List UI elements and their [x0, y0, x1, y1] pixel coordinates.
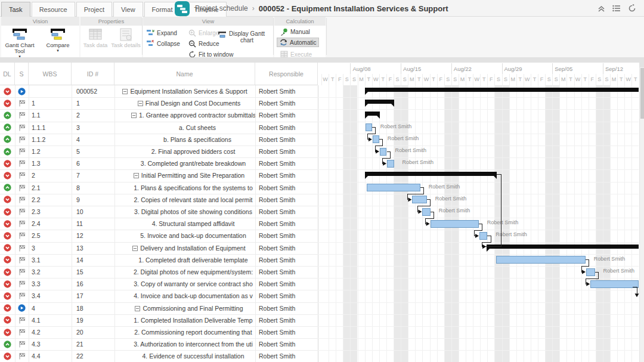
gantt-chart-tool-button[interactable]: Gantt Chart Tool ▾ [2, 27, 37, 57]
id-cell[interactable]: 2 [76, 109, 114, 121]
id-cell[interactable]: 10 [76, 206, 114, 218]
name-cell[interactable]: 2. Commissioning report documenting that [114, 326, 255, 338]
deadline-cell[interactable] [0, 302, 15, 314]
expand-button[interactable]: Expand [144, 28, 179, 38]
wbs-cell[interactable] [32, 85, 72, 97]
gantt-bar-task[interactable] [496, 256, 586, 264]
status-cell[interactable] [15, 350, 29, 362]
gantt-bar-summary[interactable] [365, 112, 380, 116]
id-cell[interactable]: 16 [76, 278, 114, 290]
id-cell[interactable]: 19 [76, 314, 114, 326]
status-cell[interactable] [15, 326, 29, 338]
deadline-cell[interactable] [0, 206, 15, 218]
column-header-s[interactable]: S [15, 63, 29, 85]
deadline-cell[interactable] [0, 194, 15, 206]
name-cell[interactable]: 2. Copies of relevant state and local pe… [114, 194, 255, 206]
id-cell[interactable]: 4 [76, 134, 114, 146]
wbs-cell[interactable]: 3 [32, 242, 72, 254]
id-cell[interactable]: 17 [76, 290, 114, 302]
column-header-responsible[interactable]: Responsible [255, 63, 318, 85]
status-cell[interactable] [15, 278, 29, 290]
display-gantt-chart-button[interactable]: Display Gantt chart [218, 30, 265, 44]
id-cell[interactable]: 3 [76, 122, 114, 134]
name-cell[interactable]: 5. Invoice and back-up documentation [114, 230, 255, 242]
id-cell[interactable]: 21 [76, 338, 114, 350]
column-header-dl[interactable]: DL [0, 63, 15, 85]
wbs-cell[interactable]: 1.2 [32, 146, 72, 157]
tab-resource[interactable]: Resource [32, 2, 75, 17]
wbs-cell[interactable]: 1 [32, 97, 72, 109]
gantt-bar-task[interactable] [380, 148, 386, 156]
status-cell[interactable] [15, 230, 29, 242]
collapse-minus-icon[interactable] [132, 246, 138, 251]
name-cell[interactable]: 3. Authorization to interconnect from th… [114, 338, 255, 350]
status-cell[interactable] [15, 290, 29, 302]
status-cell[interactable] [15, 206, 29, 218]
scrollbar-thumb[interactable] [640, 68, 644, 119]
status-cell[interactable] [15, 218, 29, 230]
responsible-cell[interactable]: Robert Smith [259, 302, 318, 314]
responsible-cell[interactable]: Robert Smith [259, 157, 318, 169]
deadline-cell[interactable] [0, 134, 15, 146]
vertical-scrollbar[interactable] [639, 63, 644, 362]
compare-button[interactable]: Compare ▾ [41, 27, 75, 57]
deadline-cell[interactable] [0, 218, 15, 230]
gantt-bar-task[interactable] [367, 184, 420, 191]
responsible-cell[interactable]: Robert Smith [259, 350, 318, 362]
status-cell[interactable] [15, 266, 29, 278]
gantt-bar-summary[interactable] [487, 245, 639, 249]
deadline-cell[interactable] [0, 266, 15, 278]
gantt-bar-summary[interactable] [365, 100, 395, 104]
responsible-cell[interactable]: Robert Smith [259, 109, 318, 121]
tab-task[interactable]: Task [1, 2, 30, 17]
manual-button[interactable]: Manual [278, 27, 312, 36]
deadline-cell[interactable] [0, 290, 15, 302]
wbs-cell[interactable]: 3.2 [32, 266, 72, 278]
name-cell[interactable]: Final Design and Cost Documents [114, 97, 255, 109]
id-cell[interactable]: 14 [76, 254, 114, 266]
responsible-cell[interactable]: Robert Smith [259, 290, 318, 302]
name-cell[interactable]: 1. Completed draft deliverable template [114, 254, 255, 266]
id-cell[interactable]: 1 [76, 97, 114, 109]
deadline-cell[interactable] [0, 242, 15, 254]
name-cell[interactable]: 1. Plans & specifications for the system… [114, 182, 255, 194]
status-cell[interactable] [15, 122, 29, 134]
collapse-minus-icon[interactable] [122, 89, 128, 94]
collapse-minus-icon[interactable] [134, 173, 139, 178]
name-cell[interactable]: 3. Copy of warranty or service contract … [114, 278, 255, 290]
deadline-cell[interactable] [0, 254, 15, 266]
wbs-cell[interactable]: 1.1 [32, 109, 72, 121]
status-cell[interactable] [15, 85, 29, 97]
name-cell[interactable]: 2. Final approved bidders cost [114, 146, 255, 157]
deadline-cell[interactable] [0, 338, 15, 350]
gantt-bar-task[interactable] [412, 196, 426, 203]
id-cell[interactable]: 20 [76, 326, 114, 338]
id-cell[interactable]: 6 [76, 157, 114, 169]
gantt-bar-task[interactable] [586, 268, 595, 276]
wbs-cell[interactable]: 3.3 [32, 278, 72, 290]
deadline-cell[interactable] [0, 326, 15, 338]
name-cell[interactable]: 2. Digital photos of new equipment/syste… [114, 266, 255, 278]
refresh-icon[interactable] [627, 4, 637, 13]
responsible-cell[interactable]: Robert Smith [259, 169, 318, 181]
deadline-cell[interactable] [0, 278, 15, 290]
wbs-cell[interactable]: 4.2 [32, 326, 72, 338]
responsible-cell[interactable]: Robert Smith [259, 326, 318, 338]
id-cell[interactable]: 13 [76, 242, 114, 254]
deadline-cell[interactable] [0, 146, 15, 157]
id-cell[interactable]: 22 [76, 350, 114, 362]
wbs-cell[interactable]: 4.3 [32, 338, 72, 350]
status-cell[interactable] [15, 314, 29, 326]
name-cell[interactable]: 3. Digital photos of site showing condit… [114, 206, 255, 218]
list-view-icon[interactable] [612, 4, 621, 13]
column-header-name[interactable]: Name [114, 63, 255, 85]
collapse-minus-icon[interactable] [135, 306, 140, 311]
responsible-cell[interactable]: Robert Smith [259, 266, 318, 278]
deadline-cell[interactable] [0, 109, 15, 121]
status-cell[interactable] [15, 338, 29, 350]
responsible-cell[interactable]: Robert Smith [259, 338, 318, 350]
collapse-minus-icon[interactable] [138, 101, 143, 106]
status-cell[interactable] [15, 254, 29, 266]
wbs-cell[interactable]: 2.3 [32, 206, 72, 218]
wbs-cell[interactable]: 3.1 [32, 254, 72, 266]
